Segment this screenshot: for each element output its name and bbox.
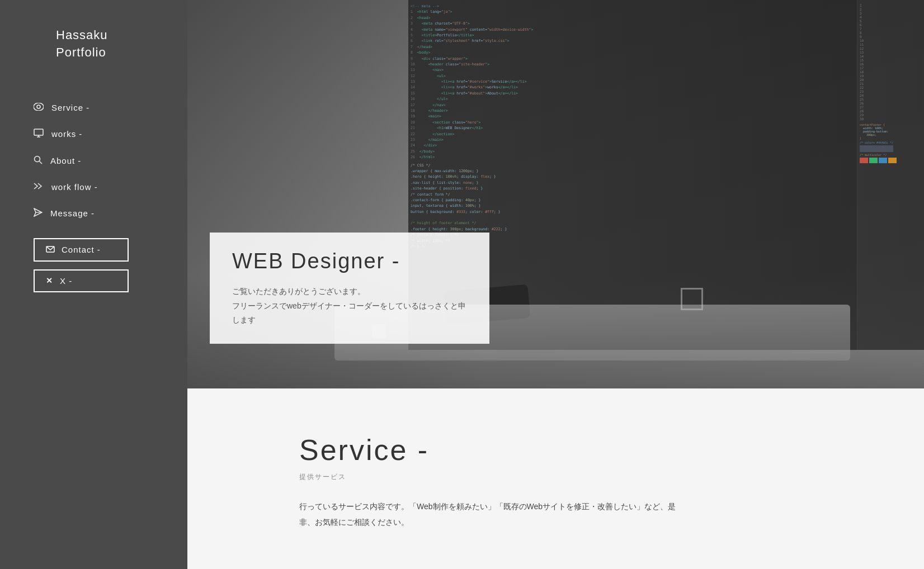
sidebar-item-works-label: works - [51, 129, 82, 139]
hero-section: <!-- meta --> 1 <html lang="ja"> 2 <head… [187, 0, 924, 388]
svg-point-5 [35, 156, 40, 162]
sidebar-item-workflow-label: work flow - [51, 182, 98, 192]
button-group: Contact - ✕ X - [0, 227, 187, 292]
eye-icon [34, 103, 44, 113]
hero-overlay: WEB Designer - ご覧いただきありがとうございます。 フリーランスで… [210, 233, 489, 344]
twitter-button[interactable]: ✕ X - [34, 269, 129, 292]
service-section: Service - 提供サービス 行っているサービス内容です。「Web制作を頼み… [187, 388, 924, 569]
svg-rect-2 [34, 129, 43, 135]
sidebar-nav: Service - works - [0, 95, 187, 292]
mail-icon [46, 245, 55, 255]
sidebar-item-service[interactable]: Service - [0, 95, 187, 121]
sidebar-item-about-label: About - [50, 156, 81, 165]
service-title: Service - [299, 433, 812, 467]
deco-square-1 [681, 288, 703, 310]
monitor-icon [34, 129, 44, 140]
x-icon: ✕ [46, 276, 53, 285]
nav-list: Service - works - [0, 95, 187, 227]
hero-subtitle-line2: フリーランスでwebデザイナー・コーダーをしているはっさくと申します [232, 299, 467, 327]
hero-title: WEB Designer - [232, 249, 467, 273]
sidebar-item-message[interactable]: Message - [0, 200, 187, 227]
main-content: <!-- meta --> 1 <html lang="ja"> 2 <head… [187, 0, 924, 569]
sidebar-item-service-label: Service - [51, 103, 89, 112]
service-subtitle-ja: 提供サービス [299, 472, 812, 482]
svg-point-1 [37, 105, 40, 108]
twitter-button-label: X - [60, 276, 72, 286]
logo-line2: Portfolio [56, 44, 165, 61]
sidebar-item-about[interactable]: About - [0, 148, 187, 174]
logo-line1: Hassaku [56, 27, 165, 44]
logo: Hassaku Portfolio [0, 0, 187, 95]
svg-line-6 [40, 161, 43, 164]
hero-subtitle-line1: ご覧いただきありがとうございます。 [232, 284, 467, 298]
search-icon [34, 155, 43, 167]
svg-point-0 [34, 103, 44, 111]
sidebar-item-message-label: Message - [50, 208, 95, 218]
sidebar: Hassaku Portfolio Service - [0, 0, 187, 569]
chevron-double-icon [34, 182, 44, 192]
send-icon [34, 208, 43, 219]
service-description: 行っているサービス内容です。「Web制作を頼みたい」「既存のWebサイトを修正・… [299, 499, 691, 530]
contact-button[interactable]: Contact - [34, 238, 129, 262]
sidebar-item-works[interactable]: works - [0, 121, 187, 148]
contact-button-label: Contact - [62, 245, 101, 254]
sidebar-item-workflow[interactable]: work flow - [0, 174, 187, 200]
